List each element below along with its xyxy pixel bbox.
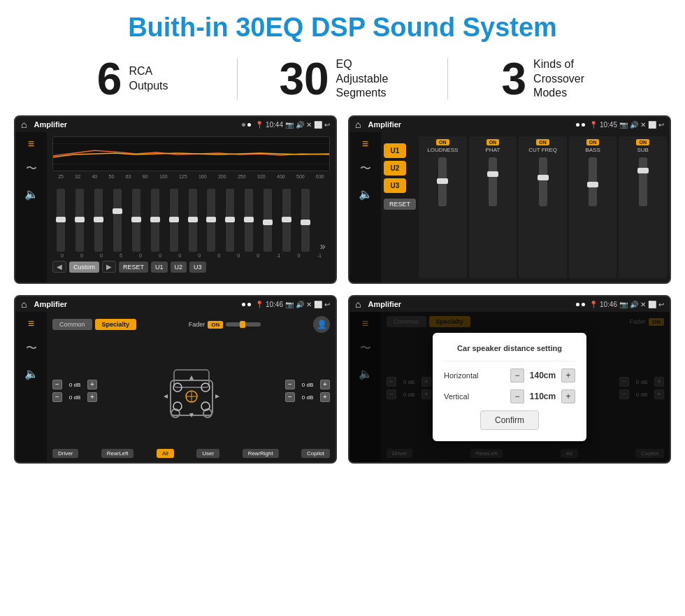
sub-slider[interactable]: [639, 157, 647, 206]
ch-sub: ON SUB: [619, 136, 667, 278]
user-btn[interactable]: User: [196, 449, 219, 458]
eq-icon[interactable]: ≡: [28, 138, 34, 150]
dot7: [576, 303, 579, 306]
speaker-icon-sb2[interactable]: 🔈: [359, 187, 373, 201]
slider-0[interactable]: [57, 189, 65, 252]
dot1: [242, 123, 245, 127]
driver-btn[interactable]: Driver: [52, 449, 78, 458]
slider-13[interactable]: [301, 189, 310, 252]
svg-marker-17: [164, 394, 168, 399]
common-tab[interactable]: Common: [52, 319, 92, 330]
slider-4[interactable]: [132, 189, 140, 252]
settings-avatar[interactable]: 👤: [313, 316, 330, 333]
speaker-layout: − 0 dB + − 0 dB +: [52, 336, 330, 446]
slider-12[interactable]: [282, 189, 291, 252]
slider-3[interactable]: [113, 189, 122, 252]
wave-icon-2[interactable]: 〜: [360, 162, 371, 176]
preset-custom-btn[interactable]: Custom: [69, 262, 99, 273]
all-btn[interactable]: All: [157, 449, 174, 458]
ch-loudness: ON LOUDNESS: [419, 136, 467, 278]
db-minus-2[interactable]: −: [52, 392, 62, 402]
fader-slider[interactable]: [226, 322, 261, 327]
db-minus-4[interactable]: −: [285, 392, 295, 402]
home-icon-2: ⌂: [355, 119, 361, 130]
u3-btn[interactable]: U3: [189, 262, 206, 273]
dialog-overlay: Car speaker distance setting Horizontal …: [349, 312, 670, 462]
eq-sliders: »: [52, 182, 330, 252]
x-icon-2: ✕: [640, 121, 646, 129]
volume-icon-2: 🔊: [630, 121, 638, 129]
status-icons-1: 📍 10:44 📷 🔊 ✕ ⬜ ↩: [255, 121, 330, 129]
slider-6[interactable]: [170, 189, 178, 252]
db-val-4: 0 dB: [297, 394, 318, 401]
specialty-tab[interactable]: Specialty: [95, 319, 137, 330]
vertical-value: 110cm: [527, 392, 558, 401]
u2-ch-btn[interactable]: U2: [384, 161, 406, 176]
copilot-btn[interactable]: Copilot: [301, 449, 330, 458]
slider-10[interactable]: [245, 189, 253, 252]
u3-ch-btn[interactable]: U3: [384, 178, 406, 193]
status-bar-4: ⌂ Amplifier 📍 10:46 📷 🔊 ✕ ⬜ ↩: [349, 296, 670, 312]
sub-on: ON: [636, 139, 649, 145]
status-icons-3: 📍 10:46 📷 🔊 ✕ ⬜ ↩: [255, 301, 330, 308]
fader-on-btn[interactable]: ON: [208, 321, 223, 329]
slider-1[interactable]: [75, 189, 84, 252]
db-val-2: 0 dB: [64, 394, 85, 401]
wave-icon-3[interactable]: 〜: [26, 341, 37, 356]
slider-8[interactable]: [207, 189, 215, 252]
rearright-btn[interactable]: RearRight: [243, 449, 279, 458]
slider-11[interactable]: [264, 189, 272, 252]
screen-content-1: ≡ 〜 🔈: [15, 132, 336, 282]
rearleft-btn[interactable]: RearLeft: [101, 449, 134, 458]
vertical-label: Vertical: [444, 392, 469, 401]
u1-ch-btn[interactable]: U1: [384, 143, 406, 158]
stat-divider-1: [237, 58, 238, 100]
eq-icon-2[interactable]: ≡: [362, 138, 368, 150]
u1-btn[interactable]: U1: [151, 262, 168, 273]
cutfreq-slider[interactable]: [539, 157, 547, 206]
speaker-icon-sb[interactable]: 🔈: [24, 187, 38, 201]
slider-5[interactable]: [151, 189, 159, 252]
phat-slider[interactable]: [489, 157, 497, 206]
svg-marker-18: [215, 394, 219, 399]
screen-content-2: ≡ 〜 🔈 U1 U2 U3 RESET ON LOUDNESS: [349, 132, 670, 282]
loudness-slider[interactable]: [438, 157, 447, 206]
camera-icon-2: 📷: [619, 121, 628, 129]
db-row-3: − 0 dB +: [285, 380, 330, 389]
db-minus-3[interactable]: −: [285, 380, 295, 389]
slider-9[interactable]: [226, 189, 234, 252]
db-plus-4[interactable]: +: [320, 392, 330, 402]
horizontal-plus-btn[interactable]: +: [561, 368, 575, 382]
reset-btn-eq[interactable]: RESET: [119, 262, 148, 273]
eq-graph: [52, 136, 330, 171]
next-preset-btn[interactable]: ▶: [102, 261, 116, 273]
prev-preset-btn[interactable]: ◀: [52, 261, 66, 273]
vertical-minus-btn[interactable]: −: [510, 389, 524, 403]
db-minus-1[interactable]: −: [52, 380, 62, 389]
reset-ch-btn[interactable]: RESET: [384, 199, 416, 210]
eq-icon-3[interactable]: ≡: [28, 317, 34, 330]
slider-2[interactable]: [94, 189, 103, 252]
db-plus-1[interactable]: +: [87, 380, 97, 389]
fader-label: Fader: [189, 321, 206, 328]
pin-icon-4: 📍: [589, 301, 598, 308]
vertical-plus-btn[interactable]: +: [561, 389, 575, 403]
bass-label: BASS: [585, 147, 600, 153]
u2-btn[interactable]: U2: [171, 262, 187, 273]
wave-icon[interactable]: 〜: [26, 162, 37, 176]
slider-7[interactable]: [189, 189, 197, 252]
home-icon-3: ⌂: [21, 299, 27, 310]
status-icons-2: 📍 10:45 📷 🔊 ✕ ⬜ ↩: [589, 121, 664, 129]
right-db-controls: − 0 dB + − 0 dB +: [285, 380, 330, 402]
status-dots-4: [576, 303, 585, 306]
horizontal-label: Horizontal: [444, 371, 479, 380]
horizontal-minus-btn[interactable]: −: [510, 368, 524, 382]
bass-slider[interactable]: [589, 157, 597, 206]
eq-freq-labels: 2532 4050 6380 100125 160200 250320 4005…: [52, 174, 330, 179]
db-row-4: − 0 dB +: [285, 392, 330, 402]
db-plus-2[interactable]: +: [87, 392, 97, 402]
confirm-button[interactable]: Confirm: [480, 410, 539, 430]
speaker-icon-sb3[interactable]: 🔈: [24, 367, 38, 380]
db-plus-3[interactable]: +: [320, 380, 330, 389]
page-title: Buith-in 30EQ DSP Sound System: [0, 0, 685, 50]
